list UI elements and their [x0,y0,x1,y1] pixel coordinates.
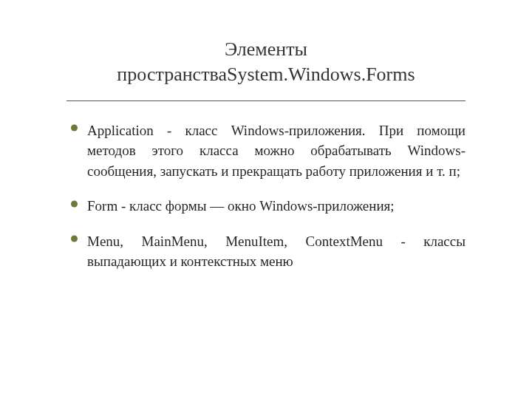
title-divider [66,100,466,101]
bullet-text: Menu, MainMenu, MenuItem, ContextMenu - … [87,233,466,270]
slide: Элементы пространстваSystem.Windows.Form… [0,0,532,399]
bullet-list: Application - класс Windows-приложения. … [66,120,466,272]
slide-title: Элементы пространстваSystem.Windows.Form… [66,37,466,87]
bullet-text: Application - класс Windows-приложения. … [87,123,466,179]
list-item: Application - класс Windows-приложения. … [71,120,466,182]
list-item: Form - класс формы — окно Windows-прилож… [71,196,466,216]
title-line-2: пространстваSystem.Windows.Forms [117,64,415,85]
title-line-1: Элементы [225,38,307,60]
list-item: Menu, MainMenu, MenuItem, ContextMenu - … [71,231,466,272]
bullet-text: Form - класс формы — окно Windows-прилож… [87,198,395,214]
